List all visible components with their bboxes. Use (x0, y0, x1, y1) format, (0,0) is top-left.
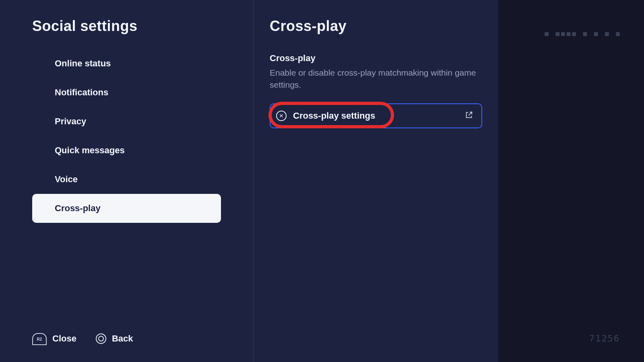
back-label: Back (112, 333, 133, 344)
page-title: Social settings (32, 18, 221, 35)
sidebar-item-notifications[interactable]: Notifications (32, 78, 221, 107)
section-heading: Cross-play (270, 53, 482, 64)
sidebar-item-quick-messages[interactable]: Quick messages (32, 136, 221, 165)
section-description: Enable or disable cross-play matchmaking… (270, 67, 479, 91)
sidebar-item-privacy[interactable]: Privacy (32, 107, 221, 136)
settings-panel: Social settings Online status Notificati… (0, 0, 498, 362)
content-title: Cross-play (270, 18, 482, 35)
sidebar-item-label: Cross-play (55, 203, 101, 214)
r2-badge-icon: R2 (32, 333, 47, 344)
sidebar-item-voice[interactable]: Voice (32, 165, 221, 194)
action-left: ✕ Cross-play settings (276, 111, 375, 121)
content-pane: Cross-play Cross-play Enable or disable … (254, 0, 498, 362)
close-button[interactable]: R2 Close (32, 333, 76, 344)
background-right: ■ ■■■■ ■ ■ ■ ■ 71256 (498, 0, 644, 362)
footer-hints: R2 Close Back (32, 333, 133, 344)
x-circle-icon: ✕ (276, 111, 287, 121)
hud-bottom-number: 71256 (589, 333, 620, 343)
sidebar-item-online-status[interactable]: Online status (32, 49, 221, 78)
sidebar-item-label: Privacy (55, 116, 86, 127)
back-button[interactable]: Back (96, 333, 133, 344)
sidebar-item-label: Quick messages (55, 145, 125, 156)
sidebar-item-label: Voice (55, 174, 78, 185)
cross-play-settings-button[interactable]: ✕ Cross-play settings (270, 103, 482, 128)
action-label: Cross-play settings (293, 111, 375, 121)
close-label: Close (52, 333, 76, 344)
external-link-icon (464, 111, 473, 121)
hud-top-text: ■ ■■■■ ■ ■ ■ ■ (545, 30, 621, 37)
circle-icon (96, 333, 106, 344)
sidebar-item-cross-play[interactable]: Cross-play (32, 194, 221, 223)
sidebar-nav: Online status Notifications Privacy Quic… (32, 49, 221, 223)
sidebar: Social settings Online status Notificati… (0, 0, 254, 362)
sidebar-item-label: Online status (55, 58, 111, 69)
sidebar-item-label: Notifications (55, 87, 108, 98)
